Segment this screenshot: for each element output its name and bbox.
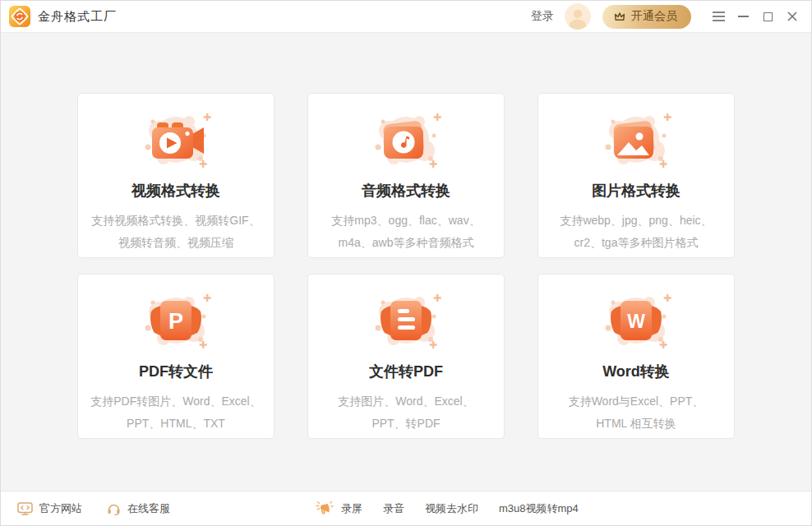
tool-video-watermark-remove[interactable]: 视频去水印 [425,501,478,516]
card-description: 支持图片、Word、Excel、 PPT、转PDF [308,390,504,435]
word-document-icon: W [538,287,734,358]
titlebar: 金舟格式工厂 登录 开通会员 [1,1,811,33]
video-camera-icon [78,106,274,177]
menu-icon[interactable] [706,4,731,29]
app-title: 金舟格式工厂 [38,9,117,25]
online-service-link[interactable]: 在线客服 [107,501,170,516]
headset-icon [107,502,121,515]
card-video-format-convert[interactable]: 视频格式转换 支持视频格式转换、视频转GIF、 视频转音频、视频压缩 [77,93,275,258]
tool-m3u8-to-mp4[interactable]: m3u8视频转mp4 [499,501,579,516]
window-controls [706,4,805,29]
vip-membership-button[interactable]: 开通会员 [602,5,691,29]
card-audio-format-convert[interactable]: 音频格式转换 支持mp3、ogg、flac、wav、 m4a、awb等多种音频格… [307,93,505,258]
text-document-icon [308,287,504,358]
crown-icon [613,11,626,23]
tool-screen-record[interactable]: 录屏 [341,501,362,516]
card-description: 支持PDF转图片、Word、Excel、 PPT、HTML、TXT [78,390,274,435]
pdf-document-icon: P [78,287,274,358]
login-link[interactable]: 登录 [531,9,554,24]
card-title: Word转换 [538,362,734,381]
footer-bar: 官方网站 在线客服 [1,491,811,525]
svg-text:W: W [627,311,645,332]
card-description: 支持视频格式转换、视频转GIF、 视频转音频、视频压缩 [78,210,274,254]
card-description: 支持webp、jpg、png、heic、 cr2、tga等多种图片格式 [538,210,734,254]
card-title: 音频格式转换 [308,181,504,201]
card-description: 支持Word与Excel、PPT、 HTML 相互转换 [538,390,734,435]
feature-cards-grid: 视频格式转换 支持视频格式转换、视频转GIF、 视频转音频、视频压缩 [77,93,735,491]
card-title: PDF转文件 [78,362,274,381]
avatar[interactable] [565,3,591,30]
card-pdf-to-file[interactable]: P PDF转文件 支持PDF转图片、Word、Excel、 PPT、HTML、T… [77,274,275,439]
official-website-label: 官方网站 [39,501,82,516]
main-area: 视频格式转换 支持视频格式转换、视频转GIF、 视频转音频、视频压缩 [1,33,811,491]
app-window: 金舟格式工厂 登录 开通会员 [0,0,812,526]
footer-tools: 录屏 录音 视频去水印 m3u8视频转mp4 [316,491,579,525]
online-service-label: 在线客服 [127,501,170,516]
close-button[interactable] [780,4,805,29]
vip-button-label: 开通会员 [631,9,677,24]
card-title: 文件转PDF [308,362,504,381]
monitor-icon [17,502,33,515]
megaphone-icon [316,501,334,516]
card-word-convert[interactable]: W Word转换 支持Word与Excel、PPT、 HTML 相互转换 [537,274,735,439]
card-title: 视频格式转换 [78,181,274,201]
maximize-button[interactable] [755,4,780,29]
card-title: 图片格式转换 [538,181,734,201]
official-website-link[interactable]: 官方网站 [17,501,82,516]
music-note-icon [308,106,504,177]
card-image-format-convert[interactable]: 图片格式转换 支持webp、jpg、png、heic、 cr2、tga等多种图片… [537,93,735,258]
tool-audio-record[interactable]: 录音 [383,501,404,516]
picture-icon [538,106,734,177]
app-logo-icon [9,6,30,27]
minimize-button[interactable] [731,4,755,29]
card-file-to-pdf[interactable]: 文件转PDF 支持图片、Word、Excel、 PPT、转PDF [307,274,505,439]
card-description: 支持mp3、ogg、flac、wav、 m4a、awb等多种音频格式 [308,210,504,254]
svg-text:P: P [168,309,183,334]
